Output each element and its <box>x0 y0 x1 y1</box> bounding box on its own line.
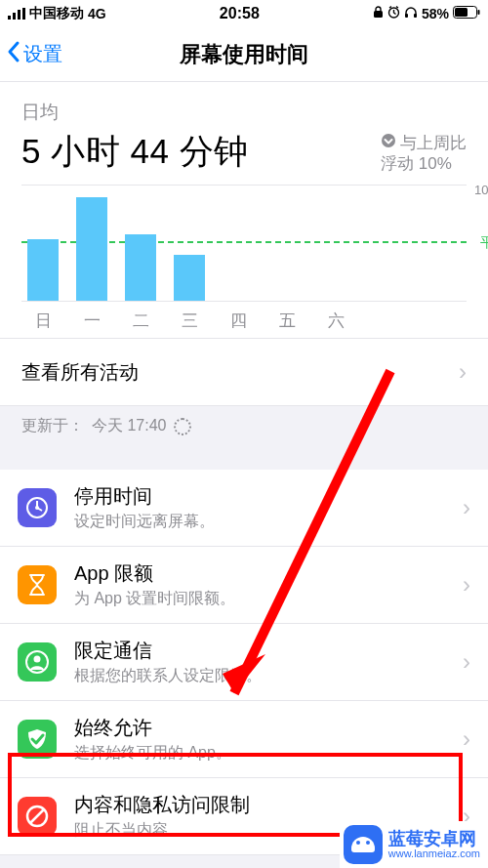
row-downtime-title: 停用时间 <box>74 483 463 510</box>
svg-rect-4 <box>374 11 383 18</box>
row-always-allowed-title: 始终允许 <box>74 715 463 741</box>
page-title: 屏幕使用时间 <box>180 40 308 69</box>
svg-point-11 <box>382 134 395 147</box>
downtime-icon <box>18 488 57 527</box>
svg-line-19 <box>30 809 44 823</box>
spinner-icon <box>174 418 191 435</box>
person-circle-icon <box>18 642 57 682</box>
alarm-icon <box>387 6 400 21</box>
bar <box>27 239 59 301</box>
battery-label: 58% <box>422 6 449 21</box>
svg-line-15 <box>37 508 42 511</box>
android-icon <box>344 825 383 864</box>
no-entry-icon <box>18 797 57 836</box>
signal-icon <box>8 8 25 20</box>
view-all-activity[interactable]: 查看所有活动 › <box>0 338 488 405</box>
svg-rect-2 <box>18 10 20 20</box>
chevron-right-icon: › <box>463 725 470 753</box>
battery-icon <box>453 6 480 21</box>
chevron-right-icon: › <box>463 494 470 521</box>
row-downtime[interactable]: 停用时间 设定时间远离屏幕。 › <box>0 470 488 547</box>
hourglass-icon <box>18 565 57 604</box>
row-communication-title: 限定通信 <box>74 638 463 664</box>
updated-row: 更新于： 今天 17:40 <box>0 406 488 450</box>
daily-average-value: 5 小时 44 分钟 <box>21 129 249 175</box>
summary-card: 日均 5 小时 44 分钟 与上周比 浮动 10% 10 小时 0 平均 日一二… <box>0 82 488 406</box>
x-tick: 一 <box>76 310 107 332</box>
row-app-limits-sub: 为 App 设置时间限额。 <box>74 589 463 609</box>
status-bar: 中国移动 4G 20:58 58% <box>0 0 488 27</box>
watermark-url: www.lanmeiaz.com <box>388 847 480 859</box>
chevron-right-icon: › <box>463 571 470 599</box>
row-content-privacy-title: 内容和隐私访问限制 <box>74 792 463 818</box>
updated-time: 今天 17:40 <box>92 416 166 436</box>
network-label: 4G <box>88 6 106 21</box>
delta-line1: 与上周比 <box>400 133 467 153</box>
avg-line-label: 平均 <box>480 234 488 252</box>
back-label: 设置 <box>23 41 62 67</box>
watermark-name: 蓝莓安卓网 <box>388 830 480 847</box>
svg-rect-3 <box>22 8 25 20</box>
row-communication-sub: 根据您的联系人设定限制。 <box>74 666 463 686</box>
daily-average-label: 日均 <box>21 100 467 125</box>
watermark: 蓝莓安卓网 www.lanmeiaz.com <box>340 821 488 868</box>
bar <box>76 197 107 301</box>
row-always-allowed[interactable]: 始终允许 选择始终可用的 App。 › <box>0 701 488 778</box>
arrow-down-icon <box>381 133 396 153</box>
chevron-right-icon: › <box>459 358 467 386</box>
lock-icon <box>373 6 384 21</box>
svg-rect-10 <box>477 10 479 15</box>
nav-bar: 设置 屏幕使用时间 <box>0 27 488 82</box>
settings-list: 停用时间 设定时间远离屏幕。 › App 限额 为 App 设置时间限额。 › … <box>0 470 488 855</box>
chevron-right-icon: › <box>463 648 470 676</box>
x-tick: 日 <box>27 310 59 332</box>
delta-line2: 浮动 10% <box>381 153 467 174</box>
row-downtime-sub: 设定时间远离屏幕。 <box>74 512 463 532</box>
row-communication-limits[interactable]: 限定通信 根据您的联系人设定限制。 › <box>0 624 488 701</box>
y-axis-top: 10 小时 <box>474 182 488 199</box>
bar <box>125 234 156 301</box>
row-app-limits-title: App 限额 <box>74 560 463 587</box>
checkmark-shield-icon <box>18 720 57 759</box>
svg-rect-0 <box>8 16 11 20</box>
row-always-allowed-sub: 选择始终可用的 App。 <box>74 743 463 764</box>
svg-rect-7 <box>414 14 417 18</box>
svg-rect-1 <box>13 13 16 20</box>
view-all-activity-label: 查看所有活动 <box>21 359 139 386</box>
headphones-icon <box>404 6 418 21</box>
status-time: 20:58 <box>220 5 260 22</box>
chevron-left-icon <box>6 40 21 68</box>
x-tick: 六 <box>320 310 351 332</box>
back-button[interactable]: 设置 <box>6 27 62 81</box>
x-tick: 四 <box>223 310 254 332</box>
svg-rect-9 <box>455 8 468 17</box>
x-tick: 三 <box>174 310 205 332</box>
carrier-label: 中国移动 <box>29 5 84 22</box>
svg-point-17 <box>34 656 41 663</box>
usage-chart[interactable]: 10 小时 0 平均 日一二三四五六 <box>0 175 488 338</box>
bar <box>174 255 205 301</box>
row-app-limits[interactable]: App 限额 为 App 设置时间限额。 › <box>0 547 488 624</box>
updated-prefix: 更新于： <box>21 416 84 436</box>
delta-block: 与上周比 浮动 10% <box>381 133 467 175</box>
x-tick: 五 <box>271 310 303 332</box>
x-tick: 二 <box>125 310 156 332</box>
svg-rect-6 <box>405 14 408 18</box>
